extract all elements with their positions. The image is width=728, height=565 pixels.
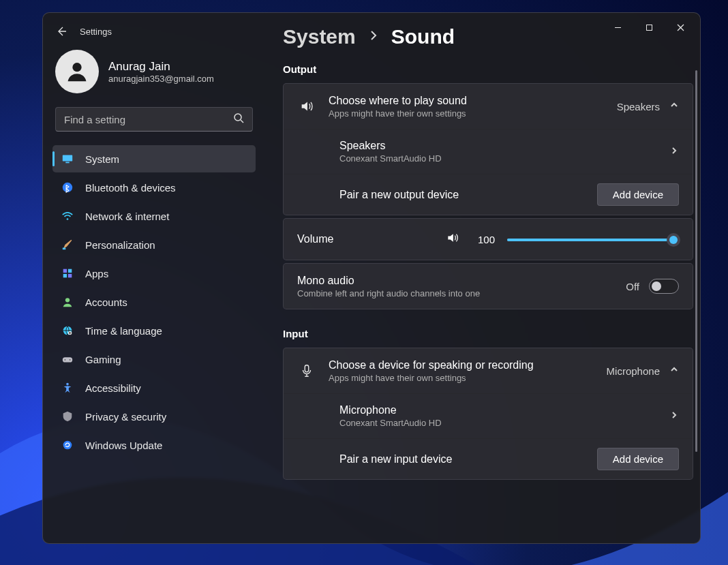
speaker-icon [297, 99, 316, 114]
close-button[interactable] [665, 17, 696, 37]
svg-rect-16 [68, 274, 72, 277]
svg-rect-25 [305, 365, 309, 372]
mono-toggle[interactable] [649, 279, 679, 294]
sidebar-item-apps[interactable]: Apps [52, 260, 256, 287]
svg-point-5 [72, 63, 81, 72]
sidebar-item-label: Network & internet [85, 211, 169, 222]
gamepad-icon [61, 352, 74, 366]
input-pair-title: Pair a new input device [339, 453, 585, 465]
output-choose-card: Choose where to play sound Apps might ha… [283, 83, 693, 215]
svg-rect-13 [63, 269, 67, 273]
output-choose-subtitle: Apps might have their own settings [329, 108, 605, 119]
volume-row: Volume 100 [284, 219, 693, 260]
input-choose-card: Choose a device for speaking or recordin… [283, 348, 693, 480]
sidebar-item-label: Time & language [85, 325, 162, 337]
svg-rect-15 [63, 274, 67, 277]
output-choose-row[interactable]: Choose where to play sound Apps might ha… [284, 84, 693, 129]
svg-point-24 [63, 441, 72, 450]
input-pair-row: Pair a new input device Add device [284, 438, 693, 479]
svg-point-11 [67, 218, 69, 220]
sidebar-item-gaming[interactable]: Gaming [52, 346, 256, 373]
svg-rect-9 [65, 162, 69, 164]
brush-icon [61, 238, 74, 251]
add-input-device-button[interactable]: Add device [597, 448, 679, 470]
accessibility-icon [61, 381, 74, 395]
svg-line-7 [241, 120, 243, 123]
globe-icon [61, 324, 74, 337]
svg-rect-1 [646, 25, 652, 30]
sidebar-item-label: Bluetooth & devices [85, 182, 176, 194]
svg-point-6 [234, 114, 241, 121]
svg-point-22 [70, 359, 71, 361]
avatar [55, 50, 99, 93]
search-input[interactable] [64, 114, 217, 125]
output-pair-row: Pair a new output device Add device [284, 174, 693, 215]
output-device-row[interactable]: Speakers Conexant SmartAudio HD [284, 129, 693, 174]
volume-value: 100 [472, 234, 495, 245]
input-device-row[interactable]: Microphone Conexant SmartAudio HD [284, 393, 693, 438]
microphone-icon [297, 363, 316, 378]
sidebar-item-label: Personalization [85, 239, 155, 251]
svg-point-17 [65, 298, 70, 302]
input-section-heading: Input [283, 328, 693, 339]
apps-icon [61, 266, 74, 280]
sidebar-item-label: Accessibility [85, 382, 141, 394]
nav-list: SystemBluetooth & devicesNetwork & inter… [52, 145, 256, 459]
volume-slider[interactable] [507, 232, 679, 246]
sidebar-item-bluetooth-devices[interactable]: Bluetooth & devices [52, 174, 256, 201]
chevron-up-icon [669, 365, 679, 377]
wifi-icon [61, 209, 74, 223]
update-icon [61, 438, 74, 452]
input-device-subtitle: Conexant SmartAudio HD [339, 418, 657, 428]
input-device-title: Microphone [339, 404, 657, 416]
volume-icon[interactable] [446, 231, 459, 247]
svg-rect-12 [63, 248, 66, 250]
chevron-right-icon [669, 146, 679, 158]
profile-name: Anurag Jain [108, 60, 214, 74]
svg-point-23 [66, 383, 69, 386]
chevron-up-icon [669, 100, 679, 112]
settings-window: Settings Anurag Jain anuragjain353@gmail… [42, 12, 701, 544]
sidebar-item-windows-update[interactable]: Windows Update [52, 431, 256, 459]
output-device-title: Speakers [339, 140, 657, 152]
minimize-button[interactable] [602, 17, 633, 37]
titlebar [43, 13, 700, 37]
mono-title: Mono audio [297, 275, 613, 287]
volume-card: Volume 100 [283, 218, 693, 260]
mono-row: Mono audio Combine left and right audio … [284, 264, 693, 309]
sidebar-item-privacy-security[interactable]: Privacy & security [52, 403, 256, 430]
sidebar-item-label: Accounts [85, 296, 127, 308]
volume-label: Volume [297, 233, 434, 245]
chevron-right-icon [669, 410, 679, 423]
search-icon [233, 112, 244, 126]
svg-rect-14 [68, 269, 72, 273]
shield-icon [61, 410, 74, 423]
mono-card: Mono audio Combine left and right audio … [283, 263, 693, 309]
sidebar-item-network-internet[interactable]: Network & internet [52, 202, 256, 230]
output-choose-title: Choose where to play sound [329, 95, 605, 107]
input-choose-subtitle: Apps might have their own settings [329, 373, 594, 383]
sidebar-item-label: System [85, 153, 119, 165]
sidebar-item-system[interactable]: System [52, 145, 256, 172]
sidebar-item-time-language[interactable]: Time & language [52, 317, 256, 344]
profile-email: anuragjain353@gmail.com [108, 74, 214, 84]
profile-block[interactable]: Anurag Jain anuragjain353@gmail.com [52, 50, 256, 107]
sidebar-item-accessibility[interactable]: Accessibility [52, 374, 256, 401]
output-pair-title: Pair a new output device [339, 189, 585, 201]
scrollbar[interactable] [695, 70, 697, 452]
svg-rect-20 [63, 357, 72, 362]
sidebar-item-accounts[interactable]: Accounts [52, 288, 256, 316]
sidebar-item-label: Privacy & security [85, 411, 166, 423]
display-icon [61, 152, 74, 166]
output-device-subtitle: Conexant SmartAudio HD [339, 153, 657, 164]
sidebar-item-label: Windows Update [85, 440, 162, 451]
add-output-device-button[interactable]: Add device [597, 183, 679, 206]
output-section-heading: Output [283, 63, 693, 75]
input-choose-row[interactable]: Choose a device for speaking or recordin… [284, 348, 693, 393]
sidebar-item-personalization[interactable]: Personalization [52, 231, 256, 258]
input-current-device: Microphone [607, 365, 660, 377]
content-pane: System Sound Output Choose where to play… [264, 13, 700, 543]
svg-point-21 [65, 359, 66, 361]
search-box[interactable] [55, 107, 253, 132]
maximize-button[interactable] [633, 17, 665, 37]
